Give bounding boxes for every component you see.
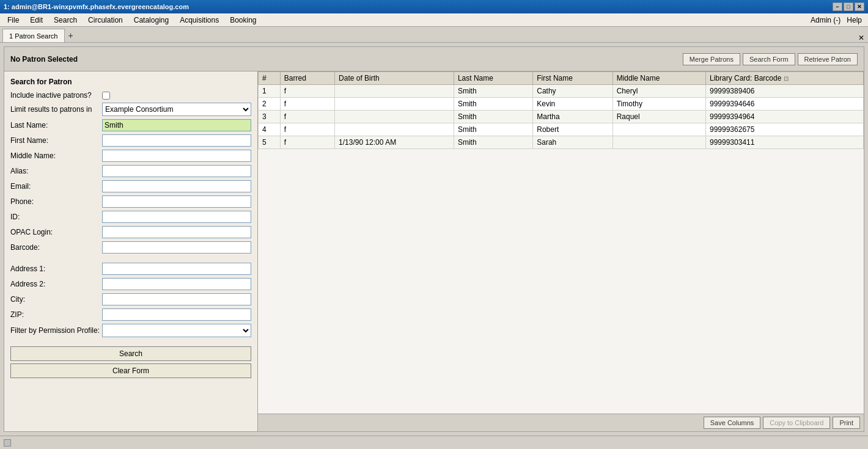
address1-input[interactable] bbox=[102, 263, 251, 275]
close-window-button[interactable]: ✕ bbox=[855, 2, 864, 11]
barcode-row: Barcode: bbox=[10, 241, 251, 254]
print-button[interactable]: Print bbox=[833, 417, 860, 429]
include-inactive-label: Include inactive patrons? bbox=[10, 91, 102, 100]
tab-close-window[interactable]: ✕ bbox=[858, 34, 868, 42]
cell-num: 2 bbox=[259, 98, 281, 111]
save-columns-button[interactable]: Save Columns bbox=[704, 417, 761, 429]
search-panel: Search for Patron Include inactive patro… bbox=[4, 71, 258, 431]
opac-login-input[interactable] bbox=[102, 226, 251, 238]
col-last-name[interactable]: Last Name bbox=[454, 72, 532, 85]
tab-patron-search[interactable]: 1 Patron Search bbox=[2, 29, 65, 42]
admin-label[interactable]: Admin (-) bbox=[811, 16, 840, 24]
cell-middle-name bbox=[612, 136, 705, 149]
phone-row: Phone: bbox=[10, 195, 251, 208]
maximize-button[interactable]: □ bbox=[844, 2, 853, 11]
first-name-input[interactable] bbox=[102, 134, 251, 147]
last-name-input[interactable] bbox=[102, 119, 251, 131]
alias-row: Alias: bbox=[10, 165, 251, 177]
barcode-input[interactable] bbox=[102, 241, 251, 254]
city-input[interactable] bbox=[102, 293, 251, 305]
clear-form-button[interactable]: Clear Form bbox=[10, 363, 251, 378]
filter-profile-select[interactable] bbox=[102, 324, 251, 337]
results-footer: Save Columns Copy to Clipboard Print bbox=[258, 414, 864, 431]
cell-num: 3 bbox=[259, 111, 281, 123]
id-label: ID: bbox=[10, 213, 102, 221]
tab-patron-search-label: 1 Patron Search bbox=[9, 32, 58, 40]
search-form-button[interactable]: Search Form bbox=[743, 53, 795, 65]
cell-barred: f bbox=[280, 98, 334, 111]
include-inactive-checkbox[interactable] bbox=[102, 92, 110, 100]
cell-num: 5 bbox=[259, 136, 281, 149]
search-button[interactable]: Search bbox=[10, 346, 251, 361]
cell-first-name: Kevin bbox=[533, 98, 612, 111]
middle-name-row: Middle Name: bbox=[10, 150, 251, 162]
cell-barcode: 99999362675 bbox=[706, 123, 864, 136]
cell-middle-name bbox=[612, 123, 705, 136]
zip-input[interactable] bbox=[102, 308, 251, 321]
address1-row: Address 1: bbox=[10, 263, 251, 275]
phone-input[interactable] bbox=[102, 195, 251, 208]
title-bar: 1: admin@BR1-winxpvmfx.phasefx.evergreen… bbox=[0, 0, 868, 13]
col-middle-name[interactable]: Middle Name bbox=[612, 72, 705, 85]
id-input[interactable] bbox=[102, 211, 251, 223]
last-name-label: Last Name: bbox=[10, 121, 102, 130]
cell-barred: f bbox=[280, 85, 334, 98]
table-row[interactable]: 2 f Smith Kevin Timothy 99999394646 bbox=[259, 98, 864, 111]
limit-results-label: Limit results to patrons in bbox=[10, 105, 102, 114]
title-bar-text: 1: admin@BR1-winxpvmfx.phasefx.evergreen… bbox=[4, 3, 189, 10]
middle-name-label: Middle Name: bbox=[10, 151, 102, 160]
table-row[interactable]: 1 f Smith Cathy Cheryl 99999389406 bbox=[259, 85, 864, 98]
menu-search[interactable]: Search bbox=[49, 14, 82, 26]
barcode-label: Barcode: bbox=[10, 243, 102, 252]
city-row: City: bbox=[10, 293, 251, 305]
results-tbody: 1 f Smith Cathy Cheryl 99999389406 2 f S… bbox=[259, 85, 864, 149]
menu-acquisitions[interactable]: Acquisitions bbox=[175, 14, 224, 26]
cell-first-name: Cathy bbox=[533, 85, 612, 98]
table-row[interactable]: 5 f 1/13/90 12:00 AM Smith Sarah 9999930… bbox=[259, 136, 864, 149]
menu-edit[interactable]: Edit bbox=[25, 14, 48, 26]
menu-file[interactable]: File bbox=[2, 14, 24, 26]
status-bar bbox=[0, 436, 868, 449]
last-name-row: Last Name: bbox=[10, 119, 251, 131]
limit-results-select[interactable]: Example Consortium bbox=[102, 103, 251, 116]
alias-label: Alias: bbox=[10, 167, 102, 175]
tab-add-button[interactable]: + bbox=[65, 29, 77, 42]
inner-panel: No Patron Selected Merge Patrons Search … bbox=[4, 46, 864, 432]
results-table-container[interactable]: # Barred Date of Birth Last Name First N… bbox=[258, 71, 864, 414]
retrieve-patron-button[interactable]: Retrieve Patron bbox=[798, 53, 858, 65]
help-label[interactable]: Help bbox=[847, 16, 862, 24]
table-row[interactable]: 4 f Smith Robert 99999362675 bbox=[259, 123, 864, 136]
menu-booking[interactable]: Booking bbox=[225, 14, 261, 26]
menu-cataloging[interactable]: Cataloging bbox=[129, 14, 174, 26]
phone-label: Phone: bbox=[10, 197, 102, 206]
col-num[interactable]: # bbox=[259, 72, 281, 85]
copy-clipboard-button[interactable]: Copy to Clipboard bbox=[763, 417, 830, 429]
email-input[interactable] bbox=[102, 180, 251, 192]
col-barred[interactable]: Barred bbox=[280, 72, 334, 85]
first-name-label: First Name: bbox=[10, 136, 102, 145]
cell-dob bbox=[335, 98, 454, 111]
col-barcode[interactable]: Library Card: Barcode ⊡ bbox=[706, 72, 864, 85]
cell-barcode: 99999394964 bbox=[706, 111, 864, 123]
minimize-button[interactable]: − bbox=[833, 2, 842, 11]
cell-barred: f bbox=[280, 123, 334, 136]
alias-input[interactable] bbox=[102, 165, 251, 177]
cell-middle-name: Raquel bbox=[612, 111, 705, 123]
cell-barcode: 99999394646 bbox=[706, 98, 864, 111]
col-dob[interactable]: Date of Birth bbox=[335, 72, 454, 85]
results-table: # Barred Date of Birth Last Name First N… bbox=[258, 71, 864, 149]
table-row[interactable]: 3 f Smith Martha Raquel 99999394964 bbox=[259, 111, 864, 123]
cell-last-name: Smith bbox=[454, 136, 532, 149]
cell-dob bbox=[335, 123, 454, 136]
menu-circulation[interactable]: Circulation bbox=[83, 14, 128, 26]
address2-input[interactable] bbox=[102, 278, 251, 290]
col-first-name[interactable]: First Name bbox=[533, 72, 612, 85]
filter-profile-row: Filter by Permission Profile: bbox=[10, 324, 251, 337]
title-bar-controls: − □ ✕ bbox=[833, 2, 864, 11]
merge-patrons-button[interactable]: Merge Patrons bbox=[683, 53, 740, 65]
middle-name-input[interactable] bbox=[102, 150, 251, 162]
cell-num: 4 bbox=[259, 123, 281, 136]
cell-last-name: Smith bbox=[454, 98, 532, 111]
results-table-header: # Barred Date of Birth Last Name First N… bbox=[259, 72, 864, 85]
search-buttons: Search Clear Form bbox=[10, 346, 251, 378]
